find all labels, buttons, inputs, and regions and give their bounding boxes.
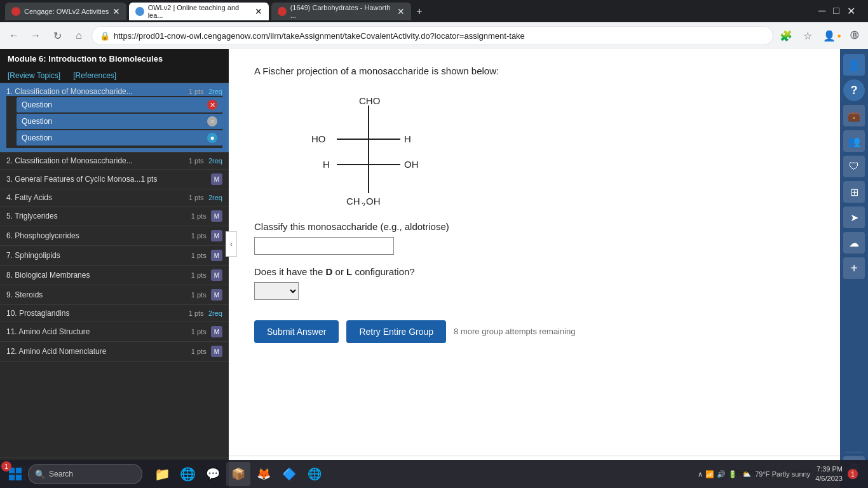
main-layout: Module 6: Introduction to Biomolecules [… <box>0 49 868 488</box>
chat-app[interactable]: 💬 <box>201 462 225 486</box>
sidebar-item-12[interactable]: 12. Amino Acid Nomenclature 1 pts M <box>0 342 229 362</box>
classify-input[interactable] <box>254 237 394 255</box>
svg-text:2: 2 <box>362 201 365 206</box>
rp-people-icon[interactable]: 👥 <box>843 130 865 152</box>
address-bar[interactable]: 🔒 https://prod01-cnow-owl.cengagenow.com… <box>92 26 773 45</box>
retry-group-button[interactable]: Retry Entire Group <box>346 320 446 343</box>
edge-app[interactable]: 🔷 <box>277 462 301 486</box>
sidebar-item-5[interactable]: 5. Triglycerides 1 pts M <box>0 207 229 226</box>
weather-icon: ⛅ <box>742 470 751 478</box>
bing-button[interactable]: Ⓑ <box>845 27 863 44</box>
svg-text:CHO: CHO <box>359 95 380 106</box>
sub-question-1[interactable]: Question ✕ <box>17 97 222 112</box>
taskbar-apps: 📁 🌐 💬 📦 🦊 🔷 🌐 <box>150 462 327 486</box>
browser-app1[interactable]: 🌐 <box>175 462 200 486</box>
item2-badge: 2req <box>208 157 222 165</box>
sub-q3-icon: ● <box>207 133 217 143</box>
refresh-button[interactable]: ↻ <box>48 27 66 44</box>
rp-plus-icon[interactable]: + <box>843 257 865 279</box>
tab2-favicon <box>135 7 144 16</box>
sidebar-item-6[interactable]: 6. Phosphoglycerides 1 pts M <box>0 226 229 246</box>
tab3-title: (1649) Carbohydrates - Haworth ... <box>290 4 394 19</box>
search-icon: 🔍 <box>35 470 45 479</box>
sub-q1-icon: ✕ <box>207 100 217 110</box>
tab1-close[interactable]: ✕ <box>112 6 120 17</box>
taskbar-clock[interactable]: 7:39 PM 4/6/2023 <box>815 464 843 484</box>
item3-label: 3. General Features of Cyclic Monosa...1… <box>6 175 157 184</box>
item3-badge: M <box>211 173 222 185</box>
item4-label: 4. Fatty Acids <box>6 193 52 202</box>
item1-pts: 1 pts <box>189 88 204 95</box>
sidebar-item-9[interactable]: 9. Steroids 1 pts M <box>0 285 229 305</box>
home-button[interactable]: ⌂ <box>70 27 88 44</box>
chevron-up-icon[interactable]: ∧ <box>698 470 703 478</box>
submit-answer-button[interactable]: Submit Answer <box>254 320 339 343</box>
back-button[interactable]: ← <box>5 27 23 44</box>
minimize-button[interactable]: ─ <box>818 5 825 17</box>
rp-help-icon[interactable]: ? <box>843 79 865 101</box>
references-link[interactable]: [References] <box>73 71 116 80</box>
attempts-text: 8 more group attempts remaining <box>454 327 575 336</box>
sidebar-item-2[interactable]: 2. Classification of Monosaccharide... 1… <box>0 152 229 170</box>
sidebar-header: Module 6: Introduction to Biomolecules <box>0 49 229 69</box>
chrome-app[interactable]: 🌐 <box>302 462 327 486</box>
sidebar-item-11[interactable]: 11. Amino Acid Structure 1 pts M <box>0 322 229 342</box>
taskbar-search-box[interactable]: 🔍 Search <box>28 464 142 484</box>
svg-text:CH: CH <box>346 196 360 206</box>
browser-tab-2[interactable]: OWLv2 | Online teaching and lea... ✕ <box>129 3 269 20</box>
system-icons: ∧ 📶 🔊 🔋 <box>698 470 737 478</box>
close-button[interactable]: ✕ <box>847 5 855 17</box>
date-display: 4/6/2023 <box>815 474 843 484</box>
profile-button[interactable]: 👤 <box>820 27 838 44</box>
sidebar-item-7[interactable]: 7. Sphingolipids 1 pts M <box>0 246 229 266</box>
new-tab-button[interactable]: + <box>416 6 422 17</box>
item12-label: 12. Amino Acid Nomenclature <box>6 347 106 356</box>
sidebar-item-1[interactable]: 1. Classification of Monosaccharide... 1… <box>0 83 229 152</box>
tab2-title: OWLv2 | Online teaching and lea... <box>148 4 252 19</box>
rp-user-icon[interactable]: 👤 <box>843 54 865 76</box>
rp-briefcase-icon[interactable]: 💼 <box>843 105 865 126</box>
address-text: https://prod01-cnow-owl.cengagenow.com/i… <box>114 31 765 41</box>
extensions-button[interactable]: 🧩 <box>777 27 795 44</box>
rp-cloud-icon[interactable]: ☁ <box>843 232 865 254</box>
config-select[interactable]: D L <box>254 282 299 300</box>
sidebar-item-4[interactable]: 4. Fatty Acids 1 pts 2req <box>0 189 229 207</box>
sub-q1-label: Question <box>22 100 52 109</box>
sidebar: Module 6: Introduction to Biomolecules [… <box>0 49 229 488</box>
volume-icon: 🔊 <box>717 470 726 478</box>
item10-badge: 2req <box>208 309 222 317</box>
item11-label: 11. Amino Acid Structure <box>6 327 90 336</box>
review-topics-link[interactable]: [Review Topics] <box>8 71 60 80</box>
sub-question-3[interactable]: Question ● <box>17 130 222 146</box>
forward-button[interactable]: → <box>27 27 44 44</box>
favorites-button[interactable]: ☆ <box>799 27 817 44</box>
file-explorer-app[interactable]: 📁 <box>150 462 174 486</box>
content-area: A Fischer projection of a monosaccharide… <box>229 49 840 456</box>
sidebar-item-3[interactable]: 3. General Features of Cyclic Monosa...1… <box>0 170 229 189</box>
rp-shield-icon[interactable]: 🛡 <box>843 156 865 177</box>
search-label: Search <box>49 470 73 478</box>
sidebar-top-links: [Review Topics] [References] <box>0 69 229 83</box>
package-app[interactable]: 📦 <box>226 462 250 486</box>
rp-grid-icon[interactable]: ⊞ <box>843 181 865 203</box>
wifi-icon: 📶 <box>705 470 714 478</box>
svg-rect-13 <box>9 475 15 480</box>
tab2-close[interactable]: ✕ <box>255 6 262 17</box>
sidebar-item-10[interactable]: 10. Prostaglandins 1 pts 2req <box>0 305 229 322</box>
maximize-button[interactable]: □ <box>833 5 839 17</box>
item11-badge: M <box>211 326 222 337</box>
weather-text: 79°F Partly sunny <box>755 470 810 478</box>
item1-badge: 2req <box>208 88 222 95</box>
notification-count[interactable]: 1 <box>848 469 858 479</box>
tab3-close[interactable]: ✕ <box>397 6 405 17</box>
fox-app[interactable]: 🦊 <box>252 462 276 486</box>
classify-label: Classify this monosaccharide (e.g., aldo… <box>254 221 815 232</box>
sidebar-collapse-button[interactable]: ‹ <box>226 231 237 257</box>
rp-send-icon[interactable]: ➤ <box>843 207 865 228</box>
item8-label: 8. Biological Membranes <box>6 271 90 280</box>
browser-tab-1[interactable]: Cengage: OWLv2 Activities ✕ <box>5 3 126 20</box>
browser-tab-3[interactable]: (1649) Carbohydrates - Haworth ... ✕ <box>271 3 411 20</box>
item1-label: 1. Classification of Monosaccharide... <box>6 87 133 96</box>
sidebar-item-8[interactable]: 8. Biological Membranes 1 pts M <box>0 266 229 285</box>
sub-question-2[interactable]: Question ○ <box>17 114 222 129</box>
